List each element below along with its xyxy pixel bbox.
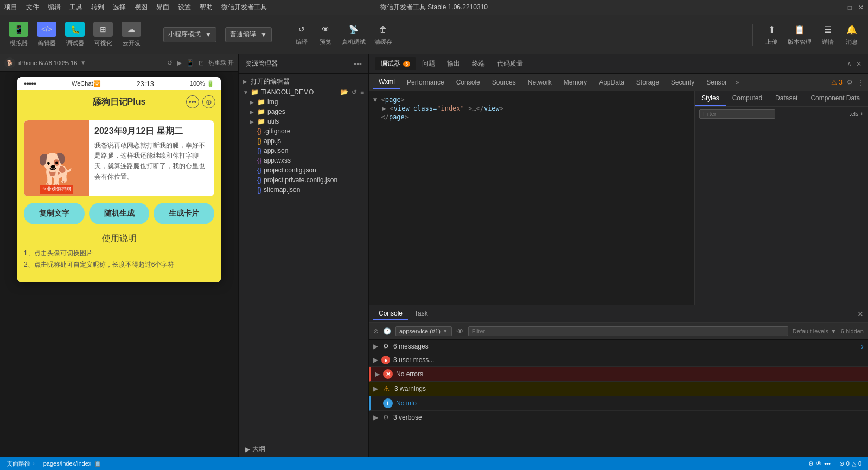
- devtools-close-icon[interactable]: ✕: [856, 60, 861, 68]
- tab-debugger[interactable]: 调试器 3: [375, 57, 416, 70]
- menu-item-view[interactable]: 视图: [135, 3, 148, 12]
- console-tab-console[interactable]: Console: [373, 307, 408, 320]
- tree-item-utils[interactable]: ▶ 📁 utils: [239, 117, 368, 126]
- tab-problems[interactable]: 问题: [417, 57, 441, 70]
- inspector-tab-performance[interactable]: Performance: [401, 76, 450, 88]
- sim-hotreload[interactable]: 热重载 开: [208, 59, 234, 67]
- tab-terminal[interactable]: 终端: [467, 57, 490, 70]
- settings-status-icon[interactable]: ⚙: [808, 460, 814, 467]
- menu-item-help[interactable]: 帮助: [200, 3, 213, 12]
- sim-phone-icon[interactable]: 📱: [186, 59, 194, 67]
- diary-image[interactable]: 🐕 企业猿源码网: [24, 120, 89, 196]
- devtools-up-icon[interactable]: ∧: [847, 60, 852, 68]
- console-close-icon[interactable]: ✕: [857, 310, 864, 318]
- inspector-more-icon[interactable]: »: [736, 79, 739, 86]
- console-row-warnings[interactable]: ▶ ⚠ 3 warnings: [369, 382, 868, 396]
- nav-close-btn[interactable]: ⊕: [202, 95, 215, 108]
- simulator-tool[interactable]: 📱 模拟器: [9, 22, 28, 47]
- project-refresh-icon[interactable]: ↺: [352, 88, 357, 96]
- console-tab-task[interactable]: Task: [409, 307, 433, 320]
- tab-quality[interactable]: 代码质量: [492, 57, 528, 70]
- wxml-line-page[interactable]: ▼ <page>: [373, 95, 690, 104]
- more-status-icon[interactable]: •••: [824, 460, 831, 467]
- tree-item-projectprivate[interactable]: ▶ {} project.private.config.json: [239, 175, 368, 185]
- menu-item-tools[interactable]: 工具: [69, 3, 82, 12]
- inspector-tab-wxml[interactable]: Wxml: [373, 76, 400, 89]
- project-folder-icon[interactable]: 📂: [340, 88, 348, 96]
- user-messages-expand[interactable]: ▶: [373, 356, 378, 364]
- tree-item-gitignore[interactable]: ▶ {} .gitignore: [239, 126, 368, 136]
- preview-button[interactable]: 👁 预览: [318, 23, 333, 46]
- tree-item-appjson[interactable]: ▶ {} app.json: [239, 146, 368, 156]
- console-filter-input[interactable]: [468, 326, 788, 336]
- sim-play-icon[interactable]: ▶: [177, 59, 182, 67]
- console-ban-icon[interactable]: ⊘: [373, 327, 379, 335]
- inspector-tab-memory[interactable]: Memory: [558, 76, 592, 88]
- tree-item-projectconfig[interactable]: ▶ {} project.config.json: [239, 165, 368, 175]
- inspector-tab-appdata[interactable]: AppData: [593, 76, 630, 88]
- opened-editors-item[interactable]: ▶ 打开的编辑器: [239, 76, 368, 87]
- console-row-user-messages[interactable]: ▶ ● 3 user mess...: [369, 353, 868, 367]
- menu-item-select[interactable]: 选择: [113, 3, 126, 12]
- project-collapse-icon[interactable]: ≡: [360, 88, 364, 96]
- inspector-menu-icon[interactable]: ⋮: [857, 79, 864, 86]
- cloud-tool[interactable]: ☁ 云开发: [122, 22, 141, 47]
- tab-output[interactable]: 输出: [442, 57, 465, 70]
- mode-selector[interactable]: 小程序模式 ▼: [163, 27, 216, 42]
- gen-card-button[interactable]: 生成卡片: [154, 203, 214, 224]
- errors-expand[interactable]: ▶: [375, 370, 380, 378]
- service-selector[interactable]: appservice (#1) ▼: [395, 326, 452, 336]
- styles-filter-input[interactable]: [699, 109, 775, 119]
- sim-reload-icon[interactable]: ↺: [167, 59, 173, 67]
- cls-button[interactable]: .cls +: [850, 111, 864, 117]
- styles-tab-dataset[interactable]: Dataset: [769, 91, 804, 106]
- warnings-expand[interactable]: ▶: [373, 385, 378, 392]
- debugger-tool[interactable]: 🐛 调试器: [65, 22, 85, 47]
- menu-item-project[interactable]: 项目: [4, 3, 17, 12]
- verbose-expand[interactable]: ▶: [373, 414, 378, 421]
- detail-button[interactable]: ☰ 详情: [820, 23, 835, 46]
- styles-tab-computed[interactable]: Computed: [726, 91, 769, 106]
- inspector-tab-storage[interactable]: Storage: [631, 76, 665, 88]
- console-clock-icon[interactable]: 🕐: [383, 327, 391, 335]
- inspector-tab-sensor[interactable]: Sensor: [701, 76, 732, 88]
- copy-text-button[interactable]: 复制文字: [24, 203, 85, 224]
- menu-item-devtool[interactable]: 微信开发者工具: [221, 3, 267, 12]
- tree-item-img[interactable]: ▶ 📁 img: [239, 97, 368, 107]
- menu-item-goto[interactable]: 转到: [91, 3, 104, 12]
- tree-item-sitemap[interactable]: ▶ {} sitemap.json: [239, 185, 368, 195]
- inspector-settings-icon[interactable]: ⚙: [847, 79, 853, 86]
- file-panel-menu[interactable]: •••: [354, 60, 362, 68]
- inspector-tab-console[interactable]: Console: [451, 76, 486, 88]
- inspector-tab-security[interactable]: Security: [666, 76, 700, 88]
- wxml-view-chevron[interactable]: ▶: [382, 105, 386, 112]
- console-row-messages[interactable]: ▶ ⚙ 6 messages ›: [369, 340, 868, 353]
- window-minimize[interactable]: ─: [837, 4, 841, 11]
- compile-selector[interactable]: 普通编译 ▼: [225, 27, 272, 42]
- random-gen-button[interactable]: 随机生成: [89, 203, 150, 224]
- inspector-tab-sources[interactable]: Sources: [487, 76, 521, 88]
- nav-circle-btn[interactable]: •••: [186, 95, 199, 108]
- path-value-item[interactable]: pages/index/index 📋: [43, 460, 101, 467]
- upload-button[interactable]: ⬆ 上传: [764, 23, 779, 46]
- inspector-tab-network[interactable]: Network: [522, 76, 557, 88]
- window-close[interactable]: ✕: [858, 4, 864, 11]
- preview-status-icon[interactable]: 👁: [816, 460, 822, 467]
- version-button[interactable]: 📋 版本管理: [788, 23, 812, 46]
- tree-item-appjs[interactable]: ▶ {} app.js: [239, 136, 368, 146]
- compile-button[interactable]: ↺ 编译: [294, 23, 309, 46]
- project-add-icon[interactable]: +: [333, 88, 337, 96]
- window-maximize[interactable]: □: [848, 4, 852, 11]
- styles-tab-styles[interactable]: Styles: [695, 91, 726, 106]
- editor-tool[interactable]: </> 编辑器: [37, 22, 56, 47]
- project-root-item[interactable]: ▼ 📁 TIANGOU_DEMO + 📂 ↺ ≡: [239, 87, 368, 97]
- menu-item-file[interactable]: 文件: [26, 3, 39, 12]
- console-row-verbose[interactable]: ▶ ⚙ 3 verbose: [369, 411, 868, 424]
- sim-screen-icon[interactable]: ⊡: [199, 59, 204, 67]
- notify-button[interactable]: 🔔 消息: [844, 23, 859, 46]
- device-debug-button[interactable]: 📡 真机调试: [342, 23, 366, 46]
- wxml-line-view[interactable]: ▶ <view class="index" >…</view>: [373, 104, 690, 113]
- menu-item-interface[interactable]: 界面: [156, 3, 169, 12]
- tree-item-pages[interactable]: ▶ 📁 pages: [239, 107, 368, 117]
- console-row-info[interactable]: ▶ i No info: [369, 396, 868, 411]
